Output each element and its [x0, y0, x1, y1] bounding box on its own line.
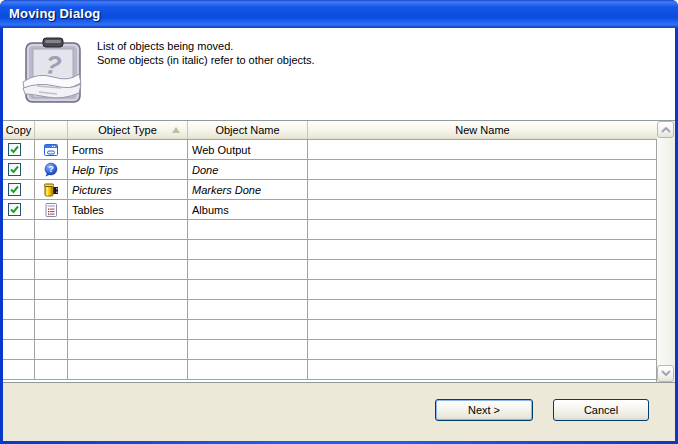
- titlebar[interactable]: Moving Dialog: [0, 0, 678, 28]
- object-type-cell: Tables: [68, 200, 188, 219]
- column-header-copy[interactable]: Copy: [3, 121, 35, 139]
- object-name-cell: Done: [188, 160, 308, 179]
- copy-cell: [3, 160, 35, 179]
- table-row-pictures[interactable]: Pictures Markers Done: [3, 180, 656, 200]
- table-row-empty[interactable]: [3, 340, 656, 360]
- objects-table: Copy Object Type Object Name New Name: [3, 120, 675, 383]
- new-name-cell[interactable]: [308, 160, 656, 179]
- object-name-cell: Web Output: [188, 140, 308, 159]
- new-name-cell[interactable]: [308, 180, 656, 199]
- sort-ascending-icon: [172, 127, 180, 133]
- button-bar: Next > Cancel: [3, 383, 675, 441]
- copy-checkbox[interactable]: [8, 183, 21, 196]
- table-row-empty[interactable]: [3, 300, 656, 320]
- column-header-icon[interactable]: [35, 121, 68, 139]
- chevron-up-icon: [661, 126, 671, 133]
- object-name-cell: Markers Done: [188, 180, 308, 199]
- moving-dialog-window: Moving Dialog ? List of objects being mo…: [0, 0, 678, 444]
- table-header-row: Copy Object Type Object Name New Name: [3, 121, 657, 140]
- dialog-content: ? List of objects being moved. Some obje…: [3, 28, 675, 441]
- next-button[interactable]: Next >: [435, 399, 533, 421]
- icon-cell: [35, 200, 68, 219]
- new-name-cell[interactable]: [308, 200, 656, 219]
- object-type-cell: Help Tips: [68, 160, 188, 179]
- object-type-cell: Pictures: [68, 180, 188, 199]
- check-icon: [9, 184, 20, 195]
- clipboard-question-icon: ?: [21, 36, 85, 106]
- scroll-down-button[interactable]: [657, 365, 674, 382]
- column-header-object-name[interactable]: Object Name: [188, 121, 308, 139]
- icon-cell: ?: [35, 160, 68, 179]
- table-row-help-tips[interactable]: ? Help Tips Done: [3, 160, 656, 180]
- svg-text:?: ?: [48, 164, 54, 174]
- cancel-button[interactable]: Cancel: [553, 399, 649, 421]
- scroll-up-button[interactable]: [657, 121, 674, 138]
- table-row-empty[interactable]: [3, 280, 656, 300]
- dialog-description-line1: List of objects being moved.: [97, 39, 315, 53]
- column-header-new-name[interactable]: New Name: [308, 121, 657, 139]
- table-body: Forms Web Output: [3, 140, 657, 382]
- icon-cell: [35, 180, 68, 199]
- table-row-forms[interactable]: Forms Web Output: [3, 140, 656, 160]
- picture-icon: [43, 182, 59, 198]
- check-icon: [9, 204, 20, 215]
- table-row-empty[interactable]: [3, 220, 656, 240]
- table-row-empty[interactable]: [3, 260, 656, 280]
- object-name-cell: Albums: [188, 200, 308, 219]
- form-icon: [43, 142, 59, 158]
- table-row-empty[interactable]: [3, 360, 656, 380]
- copy-cell: [3, 180, 35, 199]
- table-icon: [43, 202, 59, 218]
- copy-checkbox[interactable]: [8, 163, 21, 176]
- check-icon: [9, 144, 20, 155]
- vertical-scrollbar[interactable]: [657, 121, 674, 382]
- copy-checkbox[interactable]: [8, 143, 21, 156]
- window-title: Moving Dialog: [9, 6, 100, 21]
- new-name-cell[interactable]: [308, 140, 656, 159]
- column-header-object-type[interactable]: Object Type: [68, 121, 188, 139]
- table-row-empty[interactable]: [3, 320, 656, 340]
- copy-cell: [3, 200, 35, 219]
- copy-cell: [3, 140, 35, 159]
- dialog-description-line2: Some objects (in italic) refer to other …: [97, 53, 315, 67]
- help-tip-icon: ?: [43, 162, 59, 178]
- table-row-empty[interactable]: [3, 240, 656, 260]
- icon-cell: [35, 140, 68, 159]
- object-type-cell: Forms: [68, 140, 188, 159]
- copy-checkbox[interactable]: [8, 203, 21, 216]
- info-panel: ? List of objects being moved. Some obje…: [3, 28, 675, 120]
- table-row-tables[interactable]: Tables Albums: [3, 200, 656, 220]
- chevron-down-icon: [661, 370, 671, 377]
- check-icon: [9, 164, 20, 175]
